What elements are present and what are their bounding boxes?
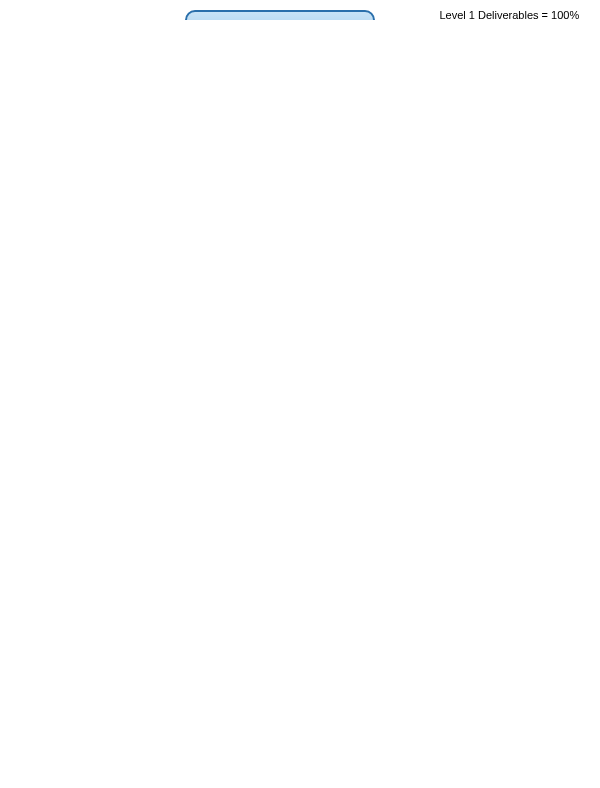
legend: Level 1 Deliverables = 100% Level 2 = 10… xyxy=(439,8,590,20)
root-node: Construction of a House xyxy=(185,10,375,20)
legend-l1: Level 1 Deliverables = 100% xyxy=(439,8,590,20)
